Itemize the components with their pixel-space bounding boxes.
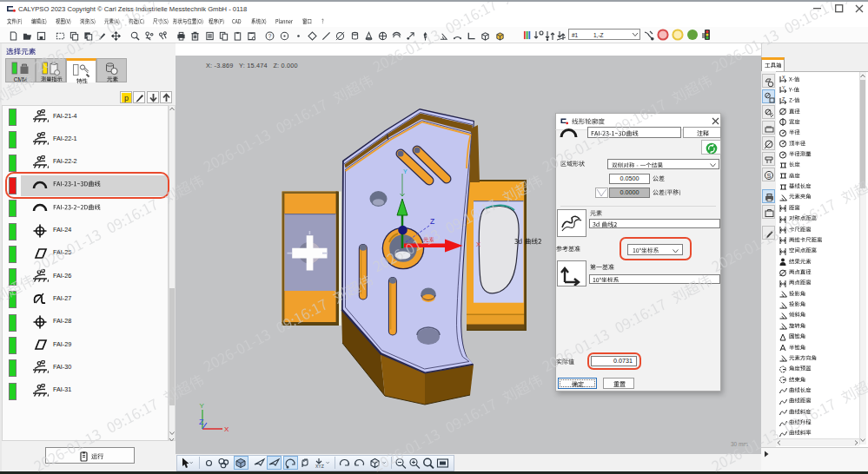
svg-text:?: ? xyxy=(268,33,272,39)
svg-text:Y: Y xyxy=(200,402,205,410)
svg-text:X: X xyxy=(782,75,785,80)
svg-text:X: X xyxy=(224,425,229,433)
svg-text:S: S xyxy=(766,171,771,179)
svg-text:Y: Y xyxy=(403,168,407,174)
svg-text:Z: Z xyxy=(430,217,434,226)
svg-text:XYZ: XYZ xyxy=(315,464,324,469)
svg-text:p: p xyxy=(124,94,129,102)
svg-text:X: X xyxy=(476,240,480,248)
svg-text:Z: Z xyxy=(199,418,204,426)
svg-text:Y: Y xyxy=(782,85,785,90)
